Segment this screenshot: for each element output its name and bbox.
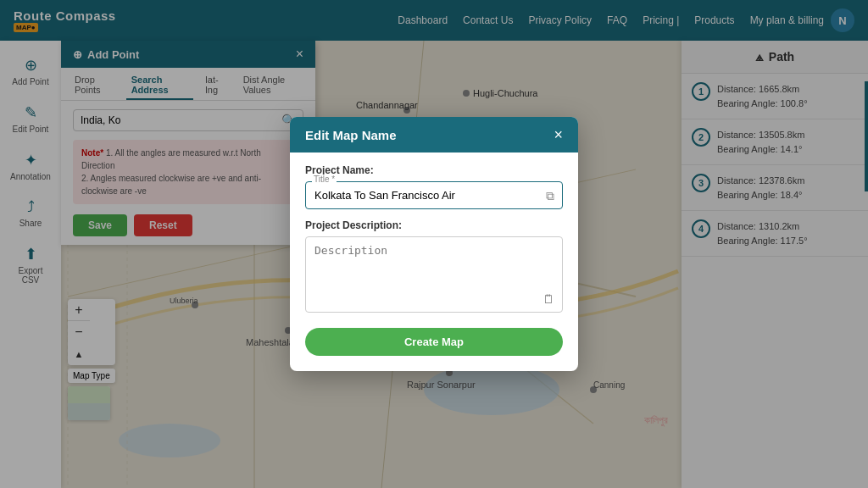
copy-icon: ⧉: [546, 188, 554, 202]
description-wrapper: 🗒: [305, 236, 563, 316]
description-label: Project Description:: [305, 219, 563, 231]
edit-map-name-modal: Edit Map Name × Project Name: Title * ⧉ …: [290, 117, 578, 371]
modal-overlay[interactable]: Edit Map Name × Project Name: Title * ⧉ …: [0, 0, 868, 488]
modal-header: Edit Map Name ×: [290, 117, 578, 152]
title-input-wrapper: Title * ⧉: [305, 181, 563, 209]
modal-title: Edit Map Name: [305, 128, 397, 142]
modal-body: Project Name: Title * ⧉ Project Descript…: [290, 152, 578, 371]
project-name-label: Project Name:: [305, 164, 563, 176]
title-field-label: Title *: [312, 175, 337, 184]
doc-icon: 🗒: [542, 292, 554, 306]
modal-close-button[interactable]: ×: [554, 127, 563, 142]
title-input[interactable]: [305, 181, 563, 209]
description-textarea[interactable]: [305, 236, 563, 313]
create-map-button[interactable]: Create Map: [305, 328, 563, 356]
